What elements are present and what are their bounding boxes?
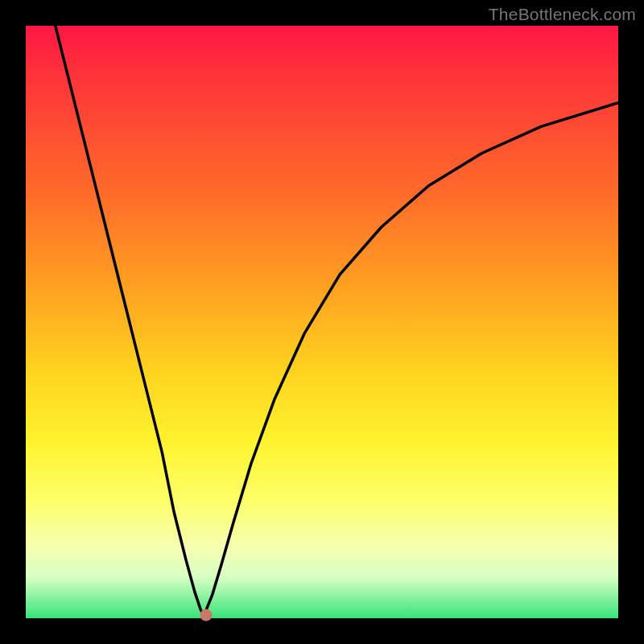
watermark-text: TheBottleneck.com xyxy=(489,5,636,24)
bottleneck-curve xyxy=(56,26,618,615)
curve-layer xyxy=(26,26,618,618)
optimal-point-marker xyxy=(200,609,213,621)
chart-frame: TheBottleneck.com xyxy=(0,0,644,644)
plot-area xyxy=(26,26,618,618)
